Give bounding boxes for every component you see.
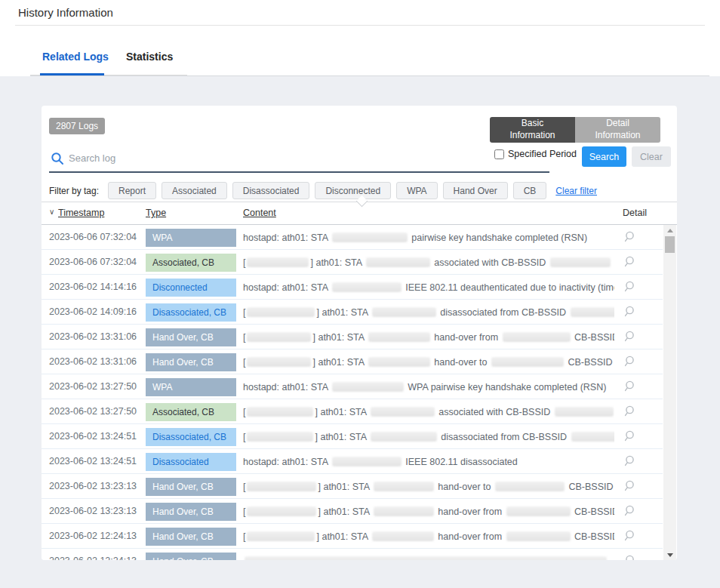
scrollbar-down-arrow-icon[interactable] (663, 550, 676, 560)
content-text: [ (243, 506, 245, 517)
timestamp-cell: 2023-06-02 13:31:06 (49, 349, 137, 374)
filter-tag-row: ReportAssociatedDisassociatedDisconnecte… (108, 182, 597, 199)
content-text: ] ath01: STA (312, 332, 366, 343)
tab-statistics[interactable]: Statistics (126, 51, 173, 63)
clear-filter-link[interactable]: Clear filter (555, 186, 597, 196)
column-header-timestamp[interactable]: Timestamp (58, 208, 104, 218)
redacted-text (247, 506, 316, 516)
redacted-text (368, 357, 430, 367)
filter-tag-disassociated[interactable]: Disassociated (232, 182, 310, 199)
redacted-text (332, 282, 402, 292)
redacted-text (550, 257, 611, 267)
content-text: IEEE 802.11 deauthenticated due to inact… (403, 282, 614, 293)
content-text: associated with CB-BSSID (432, 257, 549, 268)
content-text: hostapd: ath01: STA (243, 382, 331, 393)
content-text: ] ath01: STA (316, 531, 370, 542)
column-header-content[interactable]: Content (243, 208, 276, 218)
type-badge: Hand Over, CB (146, 353, 236, 371)
type-badge: WPA (146, 229, 236, 247)
search-log-input[interactable] (69, 149, 295, 166)
detail-magnifier-button[interactable] (623, 330, 636, 343)
type-badge: Hand Over, CB (146, 553, 236, 560)
content-text: hostapd: ath01: STA (243, 282, 331, 293)
tab-bottom-line (30, 75, 709, 76)
type-badge: Disassociated, CB (146, 428, 236, 446)
content-text: associated with CB-BSSID (436, 407, 553, 417)
detail-magnifier-button[interactable] (623, 405, 636, 418)
active-tab-indicator (40, 73, 104, 75)
content-cell: hostapd: ath01: STA IEEE 802.11 disassoc… (243, 449, 614, 474)
content-text: (... (612, 257, 614, 268)
detail-information-button[interactable]: Detail Information (575, 117, 660, 143)
content-text: [ (243, 407, 245, 417)
table-row: 2023-06-06 07:32:04Associated, CB[] ath0… (42, 250, 663, 275)
scrollbar-thumb[interactable] (665, 236, 675, 253)
detail-magnifier-button[interactable] (623, 479, 636, 493)
table-scrollbar[interactable] (663, 225, 676, 560)
content-cell: [] ath01: STA associated with CB-BSSID (… (243, 399, 614, 424)
detail-magnifier-button[interactable] (623, 380, 636, 393)
filter-tag-disconnected[interactable]: Disconnected (315, 182, 391, 199)
detail-magnifier-button[interactable] (623, 429, 636, 443)
search-button[interactable]: Search (582, 146, 626, 167)
table-row: 2023-06-02 13:23:13Hand Over, CB[] ath01… (42, 474, 663, 499)
detail-magnifier-button[interactable] (623, 255, 636, 269)
content-cell: [] ath01: STA associated with CB-BSSID (… (243, 250, 614, 275)
type-badge: Disassociated, CB (146, 303, 236, 322)
redacted-text (247, 482, 316, 491)
type-badge: Associated, CB (146, 254, 236, 272)
content-text: hand-over to (435, 482, 494, 492)
detail-magnifier-button[interactable] (623, 280, 636, 294)
redacted-text (368, 332, 430, 342)
redacted-text (371, 432, 437, 442)
column-header-type[interactable]: Type (146, 208, 166, 218)
type-badge: Hand Over, CB (146, 503, 236, 521)
tab-related-logs[interactable]: Related Logs (42, 51, 109, 63)
timestamp-cell: 2023-06-02 13:31:06 (49, 325, 137, 349)
type-badge: Disconnected (146, 279, 236, 297)
scrollbar-up-arrow-icon[interactable] (663, 225, 676, 236)
table-row: 2023-06-02 12:24:13Hand Over, CB (42, 549, 663, 560)
sort-descending-icon[interactable]: ∨ (49, 208, 54, 216)
filter-tag-report[interactable]: Report (108, 182, 156, 199)
redacted-text (372, 307, 436, 317)
basic-information-button[interactable]: Basic Information (490, 117, 575, 143)
content-cell (243, 549, 614, 560)
detail-magnifier-button[interactable] (623, 504, 636, 518)
redacted-text (332, 232, 408, 242)
timestamp-cell: 2023-06-06 07:32:04 (49, 250, 137, 275)
redacted-text (366, 257, 430, 267)
content-text: CB-BSSID ... (572, 531, 614, 542)
table-row: 2023-06-02 13:23:13Hand Over, CB[] ath01… (42, 499, 663, 524)
detail-magnifier-button[interactable] (623, 454, 636, 468)
specified-period-checkbox[interactable] (494, 149, 504, 159)
redacted-text (371, 407, 435, 417)
content-cell: [] ath01: STA hand-over from CB-BSSID ..… (243, 524, 614, 549)
content-cell: [] ath01: STA hand-over from CB-BSSID ..… (243, 499, 614, 524)
timestamp-cell: 2023-06-02 14:09:16 (49, 300, 137, 325)
content-cell: [] ath01: STA disassociated from CB-BSSI… (243, 300, 614, 325)
redacted-text (247, 432, 313, 442)
content-text: ] ath01: STA (315, 407, 368, 417)
table-row: 2023-06-02 14:09:16Disassociated, CB[] a… (42, 300, 663, 325)
content-text: pairwise key handshake completed (RSN) (409, 232, 587, 243)
type-badge: Disassociated (146, 453, 236, 471)
filter-tag-hand-over[interactable]: Hand Over (443, 182, 508, 199)
filter-tag-cb[interactable]: CB (513, 182, 547, 199)
detail-magnifier-button[interactable] (623, 355, 636, 368)
detail-magnifier-button[interactable] (623, 305, 636, 319)
log-rows-container: 2023-06-06 07:32:04WPAhostapd: ath01: ST… (42, 225, 663, 560)
page-title: History Information (18, 6, 113, 19)
content-text: hostapd: ath01: STA (243, 457, 331, 467)
filter-tag-wpa[interactable]: WPA (396, 182, 437, 199)
detail-magnifier-button[interactable] (623, 230, 636, 244)
redacted-text (374, 506, 434, 516)
redacted-text (491, 357, 564, 367)
clear-button[interactable]: Clear (632, 146, 671, 167)
filter-tag-associated[interactable]: Associated (162, 182, 227, 199)
detail-magnifier-button[interactable] (623, 554, 636, 560)
type-badge: Hand Over, CB (146, 478, 236, 496)
content-text: [ (243, 357, 245, 368)
detail-magnifier-button[interactable] (623, 529, 636, 543)
content-text: ] ath01: STA (318, 482, 371, 492)
